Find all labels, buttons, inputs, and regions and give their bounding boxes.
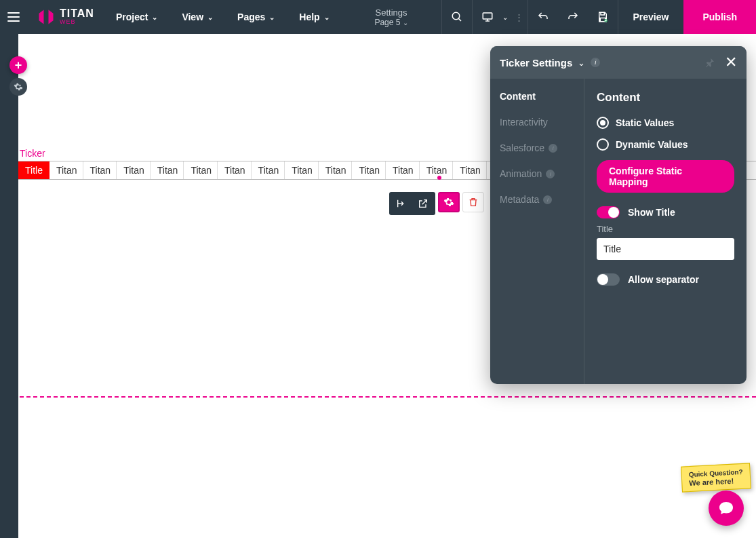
- ticker-item: Titan: [285, 161, 319, 179]
- hamburger-menu[interactable]: [0, 12, 27, 22]
- info-icon[interactable]: i: [549, 144, 557, 153]
- open-external-button[interactable]: [412, 193, 434, 214]
- logo-icon: [37, 7, 56, 26]
- publish-button[interactable]: Publish: [683, 0, 756, 34]
- preview-label: Preview: [633, 12, 669, 22]
- radio-static-values[interactable]: Static Values: [597, 117, 734, 129]
- content-heading: Content: [597, 91, 734, 104]
- chevron-down-icon: ⌄: [324, 14, 330, 21]
- svg-line-1: [458, 18, 461, 21]
- configure-label: Configure Static Mapping: [609, 166, 682, 187]
- settings-page-label: Page 5: [374, 18, 400, 27]
- ticker-element-label: Ticker: [20, 148, 45, 159]
- nav-animation-label: Animation: [500, 168, 542, 179]
- title-input[interactable]: [597, 238, 734, 260]
- panel-body: Content Interactivity Salesforcei Animat…: [490, 79, 747, 384]
- info-icon[interactable]: i: [546, 170, 555, 178]
- section-boundary: [20, 396, 756, 398]
- redo-button[interactable]: [558, 0, 588, 34]
- chat-icon: [718, 500, 734, 516]
- plus-icon: +: [15, 58, 22, 73]
- chevron-down-icon[interactable]: ⌄: [578, 58, 585, 68]
- svg-rect-2: [483, 13, 492, 19]
- nav-interactivity[interactable]: Interactivity: [500, 117, 574, 128]
- settings-indicator[interactable]: Settings Page 5 ⌄: [342, 7, 441, 27]
- nav-metadata[interactable]: Metadatai: [500, 194, 574, 205]
- panel-header[interactable]: Ticker Settings ⌄ i ✕: [490, 46, 747, 79]
- desktop-icon: [481, 11, 494, 23]
- svg-point-0: [452, 12, 460, 20]
- element-toolbar-group: [389, 192, 435, 215]
- menu-project[interactable]: Project⌄: [104, 0, 170, 34]
- ticker-item: Titan: [83, 161, 117, 179]
- chevron-down-icon[interactable]: ⌄: [502, 14, 511, 21]
- chevron-down-icon: ⌄: [207, 14, 213, 21]
- panel-content-area: Content Static Values Dynamic Values Con…: [584, 79, 747, 384]
- undo-icon: [537, 11, 549, 23]
- info-icon[interactable]: i: [591, 58, 600, 67]
- preview-button[interactable]: Preview: [618, 12, 684, 22]
- ticker-item: Titan: [352, 161, 386, 179]
- logo[interactable]: TITAN WEB: [27, 7, 104, 26]
- sticky-note: Quick Question? We are here!: [681, 463, 751, 492]
- ticker-item: Titan: [184, 161, 218, 179]
- nav-animation[interactable]: Animationi: [500, 168, 574, 179]
- align-left-button[interactable]: [391, 193, 412, 214]
- menu-project-label: Project: [116, 12, 148, 22]
- nav-content[interactable]: Content: [500, 91, 574, 102]
- device-preview-button[interactable]: [473, 0, 502, 34]
- configure-static-mapping-button[interactable]: Configure Static Mapping: [597, 160, 734, 193]
- ticker-item: Titan: [218, 161, 252, 179]
- ticker-item: Titan: [117, 161, 151, 179]
- radio-dynamic-label: Dynamic Values: [616, 139, 688, 150]
- menu-pages[interactable]: Pages⌄: [225, 0, 287, 34]
- allow-separator-row: Allow separator: [597, 273, 734, 286]
- add-element-button[interactable]: +: [9, 56, 27, 74]
- show-title-label: Show Title: [628, 207, 675, 218]
- search-icon: [451, 11, 463, 23]
- undo-button[interactable]: [528, 0, 558, 34]
- menu-help[interactable]: Help⌄: [287, 0, 341, 34]
- chat-button[interactable]: [709, 491, 744, 526]
- help-bubble[interactable]: Quick Question? We are here!: [681, 465, 751, 491]
- page-settings-button[interactable]: [9, 78, 27, 96]
- save-button[interactable]: [588, 0, 618, 34]
- panel-nav: Content Interactivity Salesforcei Animat…: [490, 79, 584, 384]
- chevron-down-icon: ⌄: [269, 14, 275, 21]
- gear-icon: [443, 197, 454, 208]
- menu-pages-label: Pages: [237, 12, 265, 22]
- chevron-down-icon: ⌄: [152, 14, 157, 21]
- radio-icon: [597, 138, 609, 151]
- nav-salesforce[interactable]: Salesforcei: [500, 142, 574, 153]
- redo-icon: [567, 11, 579, 23]
- radio-static-label: Static Values: [616, 117, 674, 128]
- align-left-icon: [396, 198, 407, 209]
- logo-text: TITAN: [60, 9, 94, 18]
- search-button[interactable]: [442, 0, 472, 34]
- gear-icon: [14, 82, 23, 92]
- save-icon: [597, 11, 609, 23]
- menu-view-label: View: [182, 12, 203, 22]
- element-settings-button[interactable]: [438, 192, 460, 212]
- top-menu: Project⌄ View⌄ Pages⌄ Help⌄: [104, 0, 342, 34]
- ticker-settings-panel: Ticker Settings ⌄ i ✕ Content Interactiv…: [490, 46, 747, 384]
- menu-view[interactable]: View⌄: [170, 0, 225, 34]
- radio-dynamic-values[interactable]: Dynamic Values: [597, 138, 734, 151]
- ticker-item: Titan: [420, 161, 454, 179]
- ticker-item: Titan: [252, 161, 285, 179]
- ticker-item: Titan: [453, 161, 487, 179]
- delete-element-button[interactable]: [462, 192, 484, 212]
- nav-salesforce-label: Salesforce: [500, 142, 544, 153]
- allow-separator-toggle[interactable]: [597, 273, 620, 286]
- ticker-title-cell: Title: [18, 161, 49, 179]
- show-title-toggle[interactable]: [597, 206, 620, 218]
- toggle-knob: [597, 274, 608, 285]
- element-toolbar: [389, 192, 484, 215]
- pin-icon[interactable]: [704, 57, 715, 68]
- more-options-button[interactable]: ⋮: [511, 12, 528, 22]
- selection-handle[interactable]: [437, 176, 441, 180]
- close-button[interactable]: ✕: [725, 55, 737, 70]
- radio-icon: [597, 117, 609, 129]
- info-icon[interactable]: i: [543, 195, 552, 204]
- title-field-label: Title: [597, 224, 734, 234]
